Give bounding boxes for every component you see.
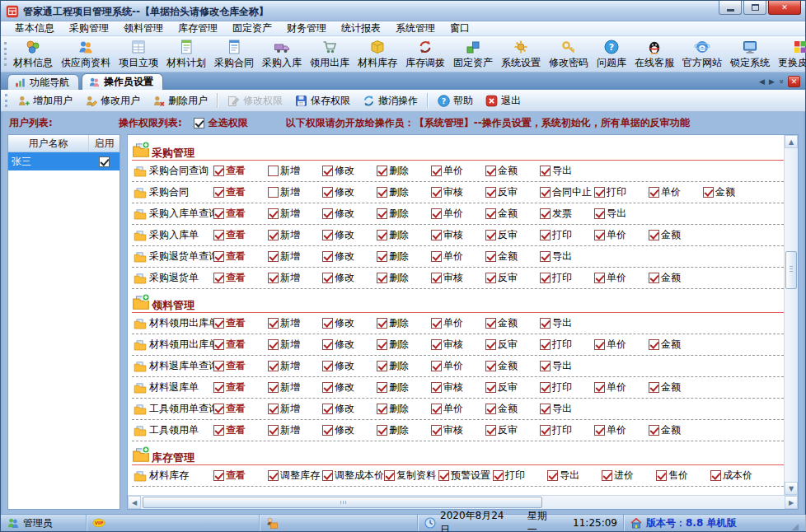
permission-checkbox[interactable] [485, 318, 496, 329]
permission-checkbox[interactable] [322, 404, 333, 414]
toolbar-button-4[interactable]: 材料计划 [162, 37, 210, 71]
permission-checkbox[interactable] [431, 273, 442, 283]
permission-checkbox[interactable] [540, 251, 551, 262]
tab-function-nav[interactable]: 功能导航 [7, 74, 79, 90]
permission-checkbox[interactable] [649, 382, 659, 393]
toolbar-button-12[interactable]: 修改密码 [545, 37, 593, 71]
permission-checkbox[interactable] [377, 166, 387, 176]
permission-checkbox[interactable] [268, 361, 279, 371]
permission-checkbox[interactable] [485, 166, 496, 176]
tab-operator-settings[interactable]: 操作员设置 [82, 73, 163, 90]
permission-checkbox[interactable] [268, 382, 279, 393]
permission-checkbox[interactable] [431, 230, 442, 240]
action-button-7[interactable]: ?帮助 [431, 92, 479, 110]
permission-checkbox[interactable] [431, 187, 442, 198]
action-button-4[interactable]: 修改权限 [221, 92, 288, 110]
permission-checkbox[interactable] [485, 251, 496, 262]
permission-checkbox[interactable] [594, 339, 605, 350]
menu-item-4[interactable]: 库存管理 [171, 21, 225, 36]
permission-checkbox[interactable] [377, 318, 387, 329]
permission-checkbox[interactable] [485, 273, 496, 283]
permission-checkbox[interactable] [322, 382, 333, 393]
permission-checkbox[interactable] [431, 425, 442, 436]
vertical-scroll-track[interactable] [785, 148, 798, 482]
permission-checkbox[interactable] [322, 230, 333, 240]
permission-checkbox[interactable] [213, 404, 224, 414]
select-all-checkbox[interactable] [194, 118, 204, 128]
permission-checkbox[interactable] [485, 230, 496, 240]
select-all-permissions[interactable]: 全选权限 [194, 116, 248, 130]
tab-scroll-right-icon[interactable]: ▶ [769, 78, 775, 86]
permission-checkbox[interactable] [485, 187, 496, 198]
permission-checkbox[interactable] [703, 187, 714, 198]
permission-checkbox[interactable] [649, 425, 659, 436]
horizontal-scroll-thumb[interactable] [143, 497, 542, 508]
permission-checkbox[interactable] [540, 187, 551, 198]
permission-checkbox[interactable] [594, 425, 605, 436]
permission-checkbox[interactable] [268, 166, 279, 176]
minimize-button[interactable] [719, 1, 742, 15]
horizontal-scrollbar[interactable]: ◀ ▶ [128, 495, 798, 509]
permission-checkbox[interactable] [649, 187, 659, 198]
permission-checkbox[interactable] [213, 230, 224, 240]
permission-checkbox[interactable] [431, 208, 442, 219]
menu-item-7[interactable]: 统计报表 [334, 21, 388, 36]
permission-checkbox[interactable] [377, 425, 387, 436]
permission-checkbox[interactable] [540, 425, 551, 436]
vertical-scrollbar[interactable]: ▲ ▼ [784, 135, 798, 495]
permission-checkbox[interactable] [322, 166, 333, 176]
permission-checkbox[interactable] [377, 230, 387, 240]
permission-checkbox[interactable] [540, 339, 551, 350]
permission-checkbox[interactable] [540, 361, 551, 371]
menu-item-3[interactable]: 领料管理 [116, 21, 171, 36]
menu-item-6[interactable]: 财务管理 [279, 21, 334, 36]
permission-checkbox[interactable] [485, 382, 496, 393]
permission-checkbox[interactable] [268, 404, 279, 414]
action-button-8[interactable]: 退出 [479, 92, 527, 110]
action-button-2[interactable]: 修改用户 [78, 92, 146, 110]
permission-checkbox[interactable] [384, 470, 395, 481]
permission-checkbox[interactable] [268, 208, 279, 219]
permission-checkbox[interactable] [268, 425, 279, 436]
permission-checkbox[interactable] [213, 318, 224, 329]
toolbar-button-17[interactable]: 更换皮肤▾ [774, 37, 806, 71]
permission-checkbox[interactable] [377, 339, 387, 350]
toolbar-button-5[interactable]: 采购合同 [210, 37, 258, 71]
permission-checkbox[interactable] [377, 251, 387, 262]
permission-checkbox[interactable] [322, 251, 333, 262]
permission-checkbox[interactable] [213, 273, 224, 283]
close-button[interactable]: ✕ [768, 1, 801, 15]
permission-checkbox[interactable] [322, 318, 333, 329]
toolbar-button-14[interactable]: 在线客服 [630, 37, 678, 71]
toolbar-button-1[interactable]: 材料信息 [9, 37, 57, 71]
permission-checkbox[interactable] [431, 361, 442, 371]
permission-checkbox[interactable] [213, 166, 224, 176]
permission-checkbox[interactable] [540, 382, 551, 393]
toolbar-button-16[interactable]: 锁定系统 [726, 37, 774, 71]
permission-checkbox[interactable] [431, 318, 442, 329]
action-button-1[interactable]: 增加用户 [11, 92, 78, 110]
permission-checkbox[interactable] [594, 230, 605, 240]
permission-checkbox[interactable] [322, 361, 333, 371]
permission-checkbox[interactable] [213, 425, 224, 436]
permission-checkbox[interactable] [377, 382, 387, 393]
permission-checkbox[interactable] [268, 318, 279, 329]
permission-checkbox[interactable] [656, 470, 667, 481]
horizontal-scroll-track[interactable] [141, 496, 785, 509]
permission-checkbox[interactable] [431, 166, 442, 176]
permission-checkbox[interactable] [710, 470, 721, 481]
resize-grip-icon[interactable]: ◢ [792, 522, 799, 531]
toolbar-button-7[interactable]: 领用出库 [306, 37, 354, 71]
permission-checkbox[interactable] [602, 470, 612, 481]
permission-checkbox[interactable] [649, 230, 659, 240]
permission-checkbox[interactable] [594, 273, 605, 283]
toolbar-button-8[interactable]: 材料库存 [354, 37, 401, 71]
permission-checkbox[interactable] [431, 382, 442, 393]
permission-checkbox[interactable] [594, 382, 605, 393]
permission-checkbox[interactable] [268, 251, 279, 262]
permission-checkbox[interactable] [540, 318, 551, 329]
permission-checkbox[interactable] [322, 208, 333, 219]
permission-checkbox[interactable] [540, 230, 551, 240]
toolbar-button-15[interactable]: e官方网站 [678, 37, 726, 71]
action-button-5[interactable]: 保存权限 [288, 92, 356, 110]
